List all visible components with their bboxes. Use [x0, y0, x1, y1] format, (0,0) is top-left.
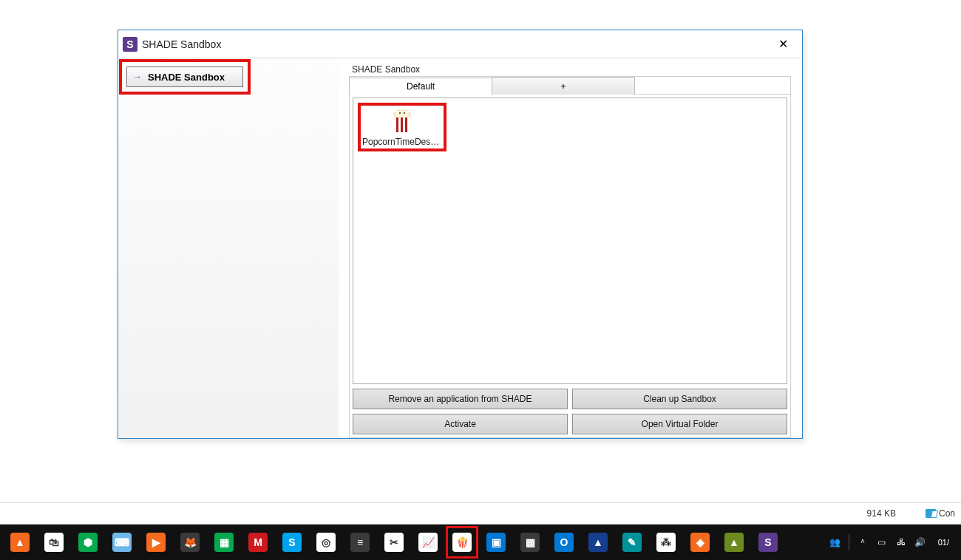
mcafee-icon: M	[248, 533, 268, 552]
sound-icon[interactable]: 🔊	[914, 536, 926, 548]
shade-app-icon: S	[758, 533, 778, 552]
battery-icon[interactable]: ▭	[876, 536, 888, 548]
taskbar-item-outlook[interactable]: O	[548, 526, 580, 559]
system-tray: 👥 ＾ ▭ 🖧 🔊 01/	[829, 534, 958, 550]
vlc-icon: ▲	[10, 533, 30, 552]
taskbar: ▲🛍⬢⌨▶🦊▦MS◎≡✂📈🍿▣▩O▲✎⁂◆▲S 👥 ＾ ▭ 🖧 🔊 01/	[0, 525, 961, 560]
popcorn-icon	[390, 109, 415, 134]
content-area: SHADE Sandbox Default +	[339, 58, 802, 438]
window-title: SHADE Sandbox	[142, 38, 221, 50]
tabstrip: Default +	[350, 77, 790, 95]
ms-store-icon: 🛍	[44, 533, 64, 552]
sandbox-item-list[interactable]: PopcornTimeDesk...	[353, 98, 787, 384]
explorer-status-strip: 914 KB Con	[0, 502, 961, 525]
taskbar-item-media-player[interactable]: ▶	[140, 526, 172, 559]
item-highlight: PopcornTimeDesk...	[358, 103, 446, 151]
svg-rect-6	[396, 117, 398, 132]
svg-point-4	[399, 112, 401, 114]
sandbox-item-popcorn-time[interactable]: PopcornTimeDesk...	[362, 109, 442, 147]
open-virtual-folder-button[interactable]: Open Virtual Folder	[572, 414, 787, 434]
taskbar-item-landscape[interactable]: ▲	[718, 526, 750, 559]
tray-chevron-icon[interactable]: ＾	[857, 536, 869, 548]
window-body: → SHADE Sandbox SHADE Sandbox Default +	[118, 58, 802, 438]
taskbar-item-vlc[interactable]: ▲	[4, 526, 36, 559]
sidebar: → SHADE Sandbox	[118, 58, 339, 438]
network-icon[interactable]: 🖧	[895, 536, 907, 548]
computer-icon	[926, 509, 936, 518]
taskbar-item-skype[interactable]: S	[276, 526, 308, 559]
keyboard-icon: ⌨	[112, 533, 132, 552]
tab-default[interactable]: Default	[349, 78, 492, 95]
taskbar-item-deezer[interactable]: ≡	[344, 526, 376, 559]
deezer-icon: ≡	[350, 533, 370, 552]
group-title: SHADE Sandbox	[352, 64, 795, 75]
taskbar-item-popcorn-time[interactable]: 🍿	[446, 526, 478, 559]
sidebar-item-label: SHADE Sandbox	[148, 72, 225, 83]
snip-icon: ✂	[384, 533, 404, 552]
taskbar-clock[interactable]: 01/	[934, 538, 954, 547]
tab-add[interactable]: +	[492, 77, 635, 95]
spreadsheet-icon: ▦	[214, 533, 234, 552]
close-button[interactable]: ✕	[768, 34, 798, 55]
plus-icon: +	[560, 81, 566, 92]
taskbar-item-app-green[interactable]: ⬢	[72, 526, 104, 559]
taskbar-item-mcafee[interactable]: M	[242, 526, 274, 559]
zoom-icon: ▣	[486, 533, 506, 552]
taskbar-item-keyboard[interactable]: ⌨	[106, 526, 138, 559]
skype-icon: S	[282, 533, 302, 552]
sidebar-item-shade-sandbox[interactable]: → SHADE Sandbox	[126, 66, 243, 87]
taskbar-item-chrome[interactable]: ◎	[310, 526, 342, 559]
cleanup-sandbox-button[interactable]: Clean up Sandbox	[572, 389, 787, 409]
taskbar-item-game[interactable]: ▩	[514, 526, 546, 559]
monitor-icon: 📈	[418, 533, 438, 552]
app-window: S SHADE Sandbox ✕ → SHADE Sandbox SHADE …	[118, 30, 803, 439]
people-icon[interactable]: 👥	[829, 536, 841, 548]
popcorn-time-icon: 🍿	[452, 533, 472, 552]
taskbar-item-shade-app[interactable]: S	[752, 526, 784, 559]
taskbar-item-app-orange[interactable]: ◆	[684, 526, 716, 559]
item-label: PopcornTimeDesk...	[362, 137, 442, 147]
svg-rect-8	[405, 117, 407, 132]
landscape-icon: ▲	[724, 533, 744, 552]
sandbox-group: Default +	[349, 76, 791, 438]
taskbar-item-zoom[interactable]: ▣	[480, 526, 512, 559]
status-right-label: Con	[939, 508, 955, 519]
taskbar-item-spreadsheet[interactable]: ▦	[208, 526, 240, 559]
taskbar-item-firefox[interactable]: 🦊	[174, 526, 206, 559]
app-icon: S	[123, 37, 137, 52]
activate-button[interactable]: Activate	[353, 414, 568, 434]
arrow-right-icon: →	[133, 72, 142, 82]
titlebar[interactable]: S SHADE Sandbox ✕	[118, 30, 802, 58]
paint-icon: ✎	[622, 533, 642, 552]
taskbar-item-paint[interactable]: ✎	[616, 526, 648, 559]
firefox-icon: 🦊	[180, 533, 200, 552]
chrome-icon: ◎	[316, 533, 336, 552]
sidebar-highlight: → SHADE Sandbox	[119, 59, 251, 95]
svg-rect-7	[401, 117, 403, 132]
taskbar-item-ms-store[interactable]: 🛍	[38, 526, 70, 559]
taskbar-item-monitor[interactable]: 📈	[412, 526, 444, 559]
status-size: 914 KB	[867, 508, 896, 519]
media-player-icon: ▶	[146, 533, 166, 552]
photos-icon: ▲	[588, 533, 608, 552]
action-buttons: Remove an application from SHADE Clean u…	[353, 389, 787, 434]
taskbar-item-slack[interactable]: ⁂	[650, 526, 682, 559]
svg-point-5	[404, 112, 405, 114]
game-icon: ▩	[520, 533, 540, 552]
app-orange-icon: ◆	[690, 533, 710, 552]
tab-label: Default	[407, 81, 435, 92]
taskbar-item-photos[interactable]: ▲	[582, 526, 614, 559]
app-green-icon: ⬢	[78, 533, 98, 552]
close-icon: ✕	[778, 37, 788, 51]
outlook-icon: O	[554, 533, 574, 552]
taskbar-item-snip[interactable]: ✂	[378, 526, 410, 559]
slack-icon: ⁂	[656, 533, 676, 552]
remove-app-button[interactable]: Remove an application from SHADE	[353, 389, 568, 409]
